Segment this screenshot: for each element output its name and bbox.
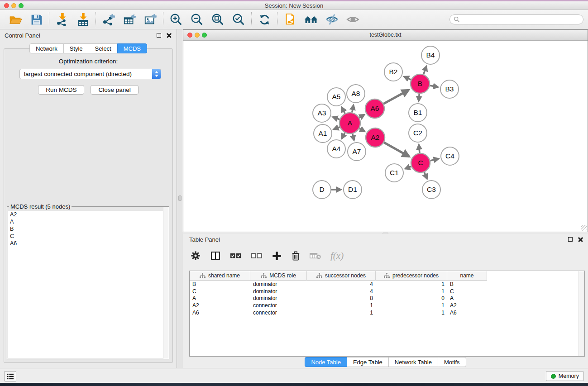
table-cell[interactable]: A6 <box>447 310 487 316</box>
table-cell[interactable]: dominator <box>250 295 307 301</box>
hide-graphics-details-button[interactable] <box>325 12 339 27</box>
graph-edge-A-A6[interactable] <box>359 114 364 117</box>
criterion-dropdown[interactable]: largest connected component (directed) <box>19 69 161 79</box>
open-session-button[interactable] <box>8 12 23 27</box>
export-table-button[interactable] <box>122 12 137 27</box>
mcds-result-item[interactable]: A6 <box>8 240 168 247</box>
graph-edge-C-C4[interactable] <box>430 159 438 161</box>
table-cell[interactable]: A2 <box>190 302 250 309</box>
table-row[interactable]: A6connector11A6 <box>190 309 584 316</box>
graph-node-B4[interactable]: B4 <box>421 46 440 64</box>
table-cell[interactable]: B <box>190 281 250 287</box>
table-cell[interactable]: 1 <box>307 310 376 316</box>
show-column-button[interactable] <box>210 250 221 261</box>
graph-edge-B-B2[interactable] <box>404 76 411 80</box>
tab-network[interactable]: Network <box>29 43 64 53</box>
tab-network-table[interactable]: Network Table <box>388 357 438 367</box>
graph-edge-B-B4[interactable] <box>424 66 427 74</box>
tab-select[interactable]: Select <box>89 43 118 53</box>
graph-edge-A-A1[interactable] <box>334 127 340 129</box>
network-window-titlebar[interactable]: testGlobe.txt <box>183 30 588 41</box>
table-cell[interactable]: connector <box>250 302 307 309</box>
column-header-MCDS-role[interactable]: MCDS role <box>250 271 307 281</box>
zoom-out-button[interactable] <box>190 12 204 27</box>
window-resize-grip[interactable] <box>581 225 587 231</box>
mcds-result-item[interactable]: B <box>8 225 168 233</box>
export-network-button[interactable] <box>101 12 116 27</box>
graph-edge-C-C2[interactable] <box>419 145 420 153</box>
table-cell[interactable]: B <box>447 281 487 287</box>
table-row[interactable]: Bdominator41B <box>190 281 584 288</box>
network-canvas[interactable]: B4B2BB3A8A5A6B1A3AC2A1A2A4A7C4CC1DD1C3 <box>183 41 588 232</box>
graph-node-A1[interactable]: A1 <box>314 124 332 143</box>
show-graphics-details-button[interactable] <box>345 12 360 27</box>
close-panel-icon[interactable] <box>167 33 172 38</box>
unselect-all-columns-button[interactable] <box>251 252 263 259</box>
graph-node-A8[interactable]: A8 <box>347 85 365 103</box>
table-cell[interactable]: A6 <box>190 310 250 316</box>
graph-node-C[interactable]: C <box>411 153 430 172</box>
table-cell[interactable]: 4 <box>307 288 376 295</box>
graph-node-B3[interactable]: B3 <box>440 80 459 98</box>
graph-edge-A-A4[interactable] <box>342 133 345 138</box>
graph-edge-A-A3[interactable] <box>333 117 339 119</box>
graph-node-A4[interactable]: A4 <box>327 140 345 158</box>
graph-node-B[interactable]: B <box>411 74 430 93</box>
table-cell[interactable]: C <box>447 288 487 295</box>
graph-node-A2[interactable]: A2 <box>366 128 385 147</box>
table-cell[interactable]: 1 <box>376 288 447 295</box>
graph-edge-A-A2[interactable] <box>359 129 365 132</box>
search-input[interactable] <box>462 16 579 23</box>
mcds-list-scrollbar[interactable] <box>163 207 169 359</box>
table-cell[interactable]: A <box>190 295 250 301</box>
create-column-button[interactable] <box>272 251 282 261</box>
graph-edge-A6-B[interactable] <box>383 90 408 104</box>
graph-node-C2[interactable]: C2 <box>409 124 427 142</box>
graph-edge-B-B3[interactable] <box>430 86 438 87</box>
table-cell[interactable]: A <box>447 295 487 301</box>
refresh-button[interactable] <box>257 12 272 27</box>
tab-motifs[interactable]: Motifs <box>438 357 466 367</box>
graph-edge-B-B1[interactable] <box>419 94 419 101</box>
select-all-columns-button[interactable] <box>230 252 242 259</box>
graph-edge-A-A8[interactable] <box>352 105 354 112</box>
network-graph[interactable]: B4B2BB3A8A5A6B1A3AC2A1A2A4A7C4CC1DD1C3 <box>183 41 588 232</box>
import-network-button[interactable] <box>55 12 69 27</box>
table-cell[interactable]: 1 <box>376 281 447 287</box>
column-header-shared-name[interactable]: shared name <box>190 271 250 281</box>
tab-node-table[interactable]: Node Table <box>305 357 347 367</box>
mcds-result-item[interactable]: A2 <box>8 211 168 218</box>
search-box[interactable] <box>449 14 583 24</box>
table-cell[interactable]: 8 <box>307 295 376 301</box>
table-scrollbar[interactable] <box>578 271 584 356</box>
run-mcds-button[interactable]: Run MCDS <box>38 85 84 95</box>
graph-node-D1[interactable]: D1 <box>344 181 362 199</box>
graph-node-C4[interactable]: C4 <box>441 147 459 165</box>
table-cell[interactable]: C <box>190 288 250 295</box>
tab-edge-table[interactable]: Edge Table <box>347 357 389 367</box>
table-cell[interactable]: A2 <box>447 302 487 309</box>
graph-edge-A2-C[interactable] <box>384 143 409 157</box>
node-table[interactable]: shared nameMCDS rolesuccessor nodesprede… <box>189 271 585 357</box>
table-cell[interactable]: 1 <box>307 302 376 309</box>
graph-node-A5[interactable]: A5 <box>327 88 345 106</box>
table-cell[interactable]: 4 <box>307 281 376 287</box>
graph-node-B2[interactable]: B2 <box>384 63 402 81</box>
tab-style[interactable]: Style <box>63 43 89 53</box>
graph-node-B1[interactable]: B1 <box>409 104 427 122</box>
save-session-button[interactable] <box>29 12 43 27</box>
table-row[interactable]: A2connector11A2 <box>190 302 584 309</box>
graph-edge-A-A7[interactable] <box>353 133 354 140</box>
graph-node-C3[interactable]: C3 <box>422 181 440 199</box>
tab-mcds[interactable]: MCDS <box>117 43 147 53</box>
table-settings-button[interactable] <box>190 250 201 261</box>
delete-column-button[interactable] <box>291 251 301 261</box>
close-table-panel-icon[interactable] <box>578 237 583 242</box>
table-cell[interactable]: 1 <box>376 302 447 309</box>
import-table-button[interactable] <box>76 12 90 27</box>
table-cell[interactable]: 1 <box>376 310 447 316</box>
table-row[interactable]: Cdominator41C <box>190 288 584 295</box>
zoom-in-button[interactable] <box>169 12 183 27</box>
graph-edge-A-A5[interactable] <box>342 107 345 114</box>
graph-edge-C-C3[interactable] <box>424 172 427 179</box>
